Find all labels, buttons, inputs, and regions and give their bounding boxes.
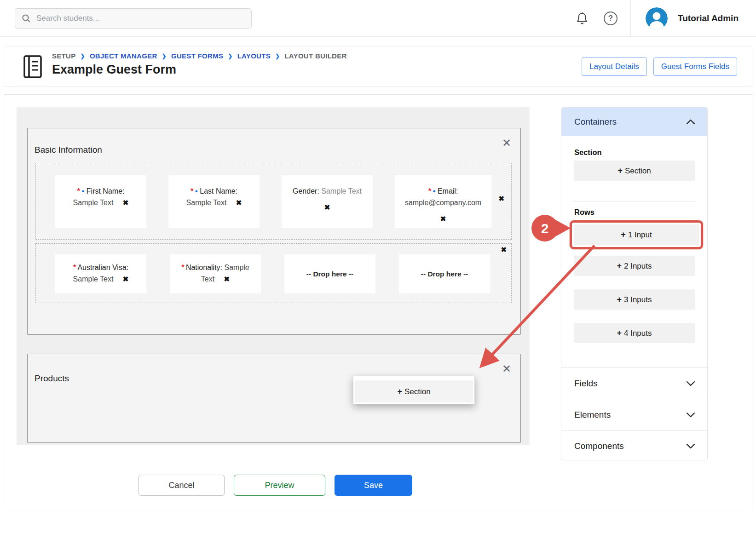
plus-icon: + — [617, 261, 622, 270]
topbar-divider — [630, 0, 631, 37]
section-title: Products — [35, 373, 69, 384]
panel-elements-label: Elements — [574, 410, 611, 420]
field-label: Email: — [438, 187, 458, 195]
remove-field-icon[interactable]: ✖ — [236, 199, 242, 207]
add-row-4-inputs-button[interactable]: +4 Inputs — [574, 323, 695, 343]
rows-group-label: Rows — [574, 208, 695, 217]
row-button-label: 4 Inputs — [624, 329, 652, 338]
remove-field-icon[interactable]: ✖ — [498, 193, 504, 204]
bell-icon — [576, 12, 588, 25]
topbar: ? Tutorial Admin — [0, 0, 756, 37]
header-text: SETUP ❯ OBJECT MANAGER ❯ GUEST FORMS ❯ L… — [52, 52, 347, 77]
close-icon[interactable]: ✕ — [502, 363, 511, 374]
panel-containers[interactable]: Containers — [561, 108, 707, 136]
field-value: Sample Text — [186, 199, 227, 207]
field-value: Sample Text — [73, 199, 114, 207]
cancel-button[interactable]: Cancel — [139, 475, 225, 496]
field-label: First Name: — [87, 187, 125, 195]
field-email[interactable]: *●Email: sample@company.com ✖ ✖ — [395, 175, 491, 228]
topbar-right: ? Tutorial Admin — [576, 0, 756, 37]
field-label-line: *Australian Visa: — [59, 262, 142, 273]
remove-field-icon[interactable]: ✖ — [399, 213, 487, 224]
ghost-label: Section — [404, 387, 431, 396]
field-australian-visa[interactable]: *Australian Visa: Sample Text ✖ — [55, 254, 146, 293]
chevron-right-icon: ❯ — [228, 53, 232, 59]
remove-field-icon[interactable]: ✖ — [123, 275, 129, 283]
preview-button[interactable]: Preview — [234, 475, 325, 496]
row-button-label: 3 Inputs — [624, 295, 652, 304]
rows-group: Rows +1 Input +2 Inputs +3 Inputs +4 Inp… — [574, 208, 695, 343]
required-icon: * — [73, 263, 76, 272]
add-row-2-inputs-button[interactable]: +2 Inputs — [574, 256, 695, 276]
close-icon[interactable]: ✕ — [502, 138, 511, 149]
field-label-line: *●Last Name: — [173, 185, 255, 197]
dropzone[interactable]: -- Drop here -- — [284, 254, 375, 293]
field-label: Gender: — [293, 187, 319, 195]
chevron-down-icon — [686, 412, 695, 418]
dropzone[interactable]: -- Drop here -- — [399, 254, 490, 293]
search-input[interactable] — [36, 14, 245, 23]
field-value: Sample Text — [321, 187, 362, 195]
add-section-label: Section — [625, 167, 651, 175]
field-value: sample@company.com — [405, 199, 481, 207]
panel-elements[interactable]: Elements — [561, 399, 707, 430]
remove-field-icon[interactable]: ✖ — [286, 201, 369, 213]
plus-icon: + — [621, 230, 626, 239]
add-section-ghost-button[interactable]: +Section — [355, 380, 473, 402]
chevron-down-icon — [686, 443, 695, 449]
dragged-section-ghost[interactable]: +Section — [353, 376, 475, 404]
help-button[interactable]: ? — [604, 11, 617, 25]
search-icon — [22, 14, 31, 23]
section-basic-information: Basic Information ✕ *●First Name: Sample… — [27, 128, 521, 335]
field-last-name[interactable]: *●Last Name: Sample Text ✖ — [168, 175, 260, 228]
field-nationality[interactable]: *Nationality: Sample Text ✖ — [170, 254, 261, 293]
add-row-3-inputs-button[interactable]: +3 Inputs — [574, 289, 695, 310]
builder-canvas: Basic Information ✕ *●First Name: Sample… — [17, 107, 530, 445]
field-value: Sample Text — [73, 275, 114, 283]
chevron-down-icon — [686, 381, 695, 386]
field-row-2: ✖ *Australian Visa: Sample Text ✖ *Natio… — [35, 243, 512, 303]
guest-forms-fields-button[interactable]: Guest Forms Fields — [653, 57, 737, 76]
search-box[interactable] — [15, 8, 252, 29]
required-icon: * — [77, 187, 81, 195]
required-icon: * — [190, 187, 194, 195]
breadcrumb-layouts[interactable]: LAYOUTS — [237, 52, 271, 60]
panel-fields-label: Fields — [574, 379, 598, 389]
page: ? Tutorial Admin — [0, 0, 756, 534]
add-row-1-input-button[interactable]: +1 Input — [574, 224, 699, 245]
user-avatar-icon — [646, 7, 668, 29]
add-section-button[interactable]: +Section — [574, 161, 695, 181]
save-button[interactable]: Save — [335, 475, 412, 496]
notifications-button[interactable] — [576, 12, 588, 25]
section-products: Products ✕ +Section — [27, 354, 521, 443]
layout-book-icon — [23, 54, 43, 81]
field-label: Nationality: — [186, 264, 222, 271]
dot-icon: ● — [433, 188, 436, 194]
user-name[interactable]: Tutorial Admin — [678, 13, 739, 23]
panel-components-label: Components — [574, 441, 624, 451]
field-label: Last Name: — [200, 187, 237, 195]
field-label-line: *●Email: — [399, 185, 487, 197]
layout-details-button[interactable]: Layout Details — [582, 57, 647, 76]
avatar[interactable] — [646, 7, 668, 29]
breadcrumb-object-manager[interactable]: OBJECT MANAGER — [90, 52, 157, 60]
help-icon: ? — [608, 14, 613, 23]
field-first-name[interactable]: *●First Name: Sample Text ✖ — [55, 175, 146, 228]
field-gender[interactable]: Gender: Sample Text ✖ — [282, 175, 373, 228]
remove-field-icon[interactable]: ✖ — [123, 199, 129, 207]
remove-row-icon[interactable]: ✖ — [501, 246, 507, 254]
panel-containers-label: Containers — [574, 117, 617, 127]
panel-components[interactable]: Components — [561, 430, 707, 461]
field-row-1: *●First Name: Sample Text ✖ *●Last Name:… — [35, 163, 512, 240]
plus-icon: + — [617, 295, 622, 304]
palette-sidebar: Containers Section +Section Rows +1 Inpu… — [561, 107, 708, 460]
breadcrumb-guest-forms[interactable]: GUEST FORMS — [171, 52, 223, 60]
page-header: SETUP ❯ OBJECT MANAGER ❯ GUEST FORMS ❯ L… — [4, 46, 752, 86]
panel-fields[interactable]: Fields — [561, 367, 707, 399]
breadcrumb: SETUP ❯ OBJECT MANAGER ❯ GUEST FORMS ❯ L… — [52, 52, 347, 60]
dot-icon: ● — [81, 188, 85, 194]
remove-field-icon[interactable]: ✖ — [224, 275, 230, 283]
annotation-highlight-box: +1 Input — [570, 220, 703, 249]
required-icon: * — [181, 263, 185, 272]
field-label: Australian Visa: — [77, 264, 128, 271]
